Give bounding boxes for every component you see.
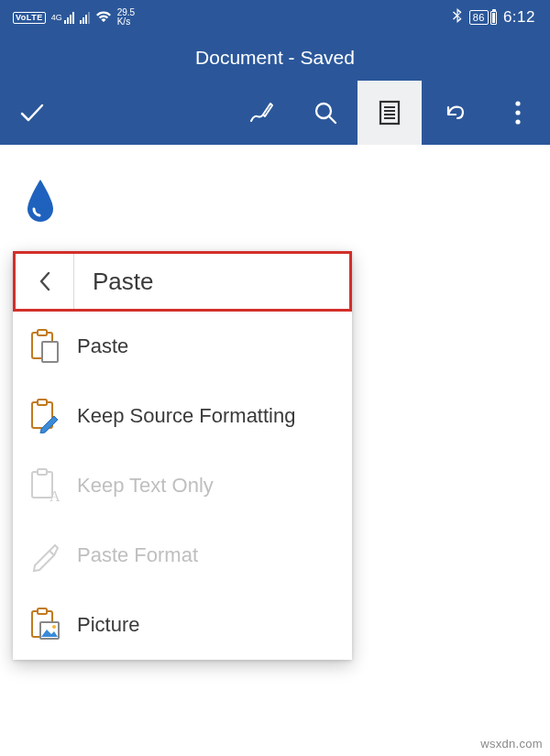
status-right-cluster: 86 6:12 xyxy=(452,8,535,27)
svg-rect-14 xyxy=(38,400,47,405)
draw-button[interactable] xyxy=(229,81,293,145)
svg-line-1 xyxy=(329,116,336,123)
document-canvas[interactable]: Paste Paste Keep Source Formatting A Kee… xyxy=(0,145,550,756)
clock-time: 6:12 xyxy=(503,8,535,27)
svg-rect-2 xyxy=(380,102,399,124)
undo-icon xyxy=(439,98,468,127)
secondary-signal-icon xyxy=(80,12,90,24)
clipboard-text-icon: A xyxy=(29,468,60,503)
paintbrush-icon xyxy=(29,538,60,573)
svg-point-21 xyxy=(52,625,56,629)
paste-options-panel: Paste Paste Keep Source Formatting A Kee… xyxy=(13,251,352,660)
option-label: Keep Text Only xyxy=(77,474,214,498)
paste-option-format: Paste Format xyxy=(13,520,352,590)
network-gen-label: 4G xyxy=(51,14,62,22)
option-label: Paste xyxy=(77,334,128,358)
search-button[interactable] xyxy=(293,81,358,145)
ink-drop-icon xyxy=(24,178,57,227)
svg-rect-11 xyxy=(38,330,47,335)
paste-option-text-only: A Keep Text Only xyxy=(13,451,352,520)
paste-option-paste[interactable]: Paste xyxy=(13,312,352,381)
panel-back-button[interactable] xyxy=(16,254,74,309)
more-button[interactable] xyxy=(486,81,550,145)
document-title-bar: Document - Saved xyxy=(0,35,550,81)
pen-draw-icon xyxy=(247,98,276,127)
svg-rect-16 xyxy=(38,469,47,475)
chevron-left-icon xyxy=(38,270,52,292)
data-speed-indicator: 29.5 K/s xyxy=(117,8,135,27)
svg-point-9 xyxy=(515,119,520,124)
search-icon xyxy=(312,99,339,126)
panel-title: Paste xyxy=(74,268,349,296)
clipboard-brush-icon xyxy=(29,399,60,433)
battery-percent: 86 xyxy=(469,10,489,25)
svg-rect-19 xyxy=(38,608,47,614)
svg-point-8 xyxy=(515,110,520,115)
android-status-bar: VoLTE 4G 29.5 K/s 86 6:12 xyxy=(0,0,550,35)
option-label: Paste Format xyxy=(77,543,198,567)
svg-point-7 xyxy=(515,101,520,105)
bluetooth-icon xyxy=(452,8,463,27)
wifi-icon xyxy=(95,10,112,26)
battery-indicator: 86 xyxy=(469,10,497,25)
document-title: Document - Saved xyxy=(195,47,355,69)
option-label: Picture xyxy=(77,613,139,637)
reading-view-icon xyxy=(377,99,402,126)
svg-rect-12 xyxy=(42,342,58,362)
clipboard-picture-icon xyxy=(29,608,60,642)
paste-option-picture[interactable]: Picture xyxy=(13,590,352,660)
clipboard-paste-icon xyxy=(29,329,60,364)
battery-icon xyxy=(490,11,497,25)
check-icon xyxy=(16,97,48,128)
svg-text:A: A xyxy=(50,488,60,503)
reading-view-button[interactable] xyxy=(358,81,422,145)
panel-header-highlighted: Paste xyxy=(13,251,352,312)
paste-option-keep-source[interactable]: Keep Source Formatting xyxy=(13,381,352,451)
volte-badge: VoLTE xyxy=(13,12,46,24)
confirm-button[interactable] xyxy=(0,97,64,128)
option-label: Keep Source Formatting xyxy=(77,404,295,428)
status-left-cluster: VoLTE 4G 29.5 K/s xyxy=(13,8,135,27)
app-toolbar xyxy=(0,81,550,145)
more-vertical-icon xyxy=(514,100,522,126)
image-watermark: wsxdn.com xyxy=(480,737,543,751)
cellular-signal-icon: 4G xyxy=(51,12,74,24)
undo-button[interactable] xyxy=(422,81,486,145)
